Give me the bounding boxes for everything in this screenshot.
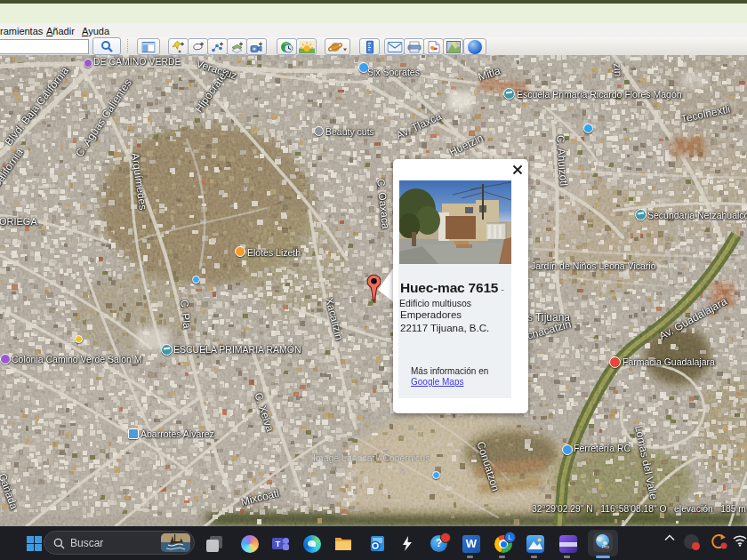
- svg-text:T: T: [276, 540, 281, 548]
